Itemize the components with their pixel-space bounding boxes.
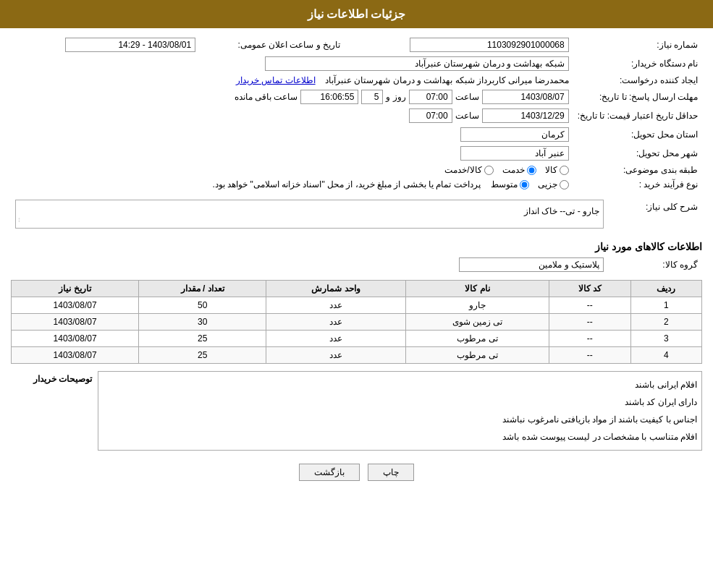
cell-kod: -- <box>549 297 630 314</box>
cell-name: جارو <box>405 297 549 314</box>
reply-day-label: روز و <box>386 92 405 102</box>
category-kala-label: کالا <box>545 165 557 175</box>
buyer-desc-row: افلام ایرانی باشنددارای ایران کد باشنداج… <box>11 371 702 451</box>
buyer-desc-label: توصیحات خریدار <box>11 371 98 384</box>
description-table: شرح کلی نیاز: جارو - تی-- خاک انداز ↕ <box>11 197 702 231</box>
cell-name: تی زمین شوی <box>405 314 549 331</box>
desc-label: شرح کلی نیاز: <box>608 197 702 231</box>
price-date-value: 1403/12/29 <box>482 108 569 123</box>
category-khedmat-label: خدمت <box>502 165 525 175</box>
announce-date-label: تاریخ و ساعت اعلان عمومی: <box>200 35 345 54</box>
footer-buttons: چاپ بازگشت <box>11 456 702 488</box>
creator-value: محمدرضا میرانی کاربرداز شبکه بهداشت و در… <box>325 75 569 85</box>
cell-tedad: 25 <box>139 331 266 347</box>
desc-cell: جارو - تی-- خاک انداز ↕ <box>11 197 608 231</box>
cell-vahed: عدد <box>266 347 406 364</box>
page-header: جزئیات اطلاعات نیاز <box>0 0 713 28</box>
buyer-desc-line: دارای ایران کد باشند <box>103 393 697 411</box>
goods-table: ردیف کد کالا نام کالا واحد شمارش تعداد /… <box>11 280 702 364</box>
cell-radif: 4 <box>630 347 701 364</box>
cell-tedad: 50 <box>139 297 266 314</box>
cell-name: تی مرطوب <box>405 331 549 347</box>
cell-name: تی مرطوب <box>405 347 549 364</box>
contact-link[interactable]: اطلاعات تماس خریدار <box>236 75 316 85</box>
category-kala-radio[interactable] <box>560 166 569 175</box>
process-jazri-radio[interactable] <box>560 180 569 189</box>
process-desc: پرداخت تمام یا بخشی از مبلغ خرید، از محل… <box>212 179 480 189</box>
buyer-desc-line: اجناس با کیفیت باشند از مواد بازیافتی نا… <box>103 411 697 428</box>
col-radif: ردیف <box>630 281 701 297</box>
category-kala-khedmat-radio[interactable] <box>484 166 494 175</box>
process-motavaset-label: متوسط <box>491 179 518 189</box>
category-kala-option[interactable]: کالا <box>545 165 569 175</box>
reply-days-value: 5 <box>361 90 383 104</box>
city-label: شهر محل تحویل: <box>573 144 702 163</box>
process-motavaset-radio[interactable] <box>520 180 529 189</box>
cell-tarikh: 1403/08/07 <box>12 314 139 331</box>
cell-vahed: عدد <box>266 314 406 331</box>
announce-date-cell: 1403/08/01 - 14:29 <box>11 35 200 54</box>
process-motavaset-option[interactable]: متوسط <box>491 179 529 189</box>
buyer-org-cell: شبکه بهداشت و درمان شهرستان عنبرآباد <box>11 54 573 73</box>
back-button[interactable]: بازگشت <box>299 464 360 481</box>
cell-tarikh: 1403/08/07 <box>12 347 139 364</box>
creator-cell: محمدرضا میرانی کاربرداز شبکه بهداشت و در… <box>11 73 573 88</box>
reply-deadline-label: مهلت ارسال پاسخ: تا تاریخ: <box>573 88 702 106</box>
process-jazri-label: جزیی <box>538 179 557 189</box>
buyer-desc-line: افلام ایرانی باشند <box>103 376 697 393</box>
cell-kod: -- <box>549 314 630 331</box>
table-row: 2 -- تی زمین شوی عدد 30 1403/08/07 <box>12 314 702 331</box>
reply-time-value: 07:00 <box>409 90 452 104</box>
description-value: جارو - تی-- خاک انداز <box>524 206 599 216</box>
col-vahed: واحد شمارش <box>266 281 406 297</box>
creator-label: ایجاد کننده درخواست: <box>573 73 702 88</box>
content-area: شماره نیاز: 1103092901000068 تاریخ و ساع… <box>0 28 713 495</box>
province-cell: کرمان <box>11 125 573 144</box>
print-button[interactable]: چاپ <box>368 464 414 481</box>
reply-remaining-label: ساعت باقی مانده <box>235 92 298 102</box>
buyer-org-label: نام دستگاه خریدار: <box>573 54 702 73</box>
buyer-desc-line: افلام متناسب با مشخصات در لیست پیوست شده… <box>103 428 697 446</box>
category-label: طبقه بندی موضوعی: <box>573 163 702 177</box>
price-deadline-cell: 1403/12/29 ساعت 07:00 <box>11 106 573 125</box>
process-cell: جزیی متوسط پرداخت تمام یا بخشی از مبلغ خ… <box>11 177 573 192</box>
col-name: نام کالا <box>405 281 549 297</box>
goods-section-title: اطلاعات کالاهای مورد نیاز <box>11 237 702 255</box>
cell-radif: 3 <box>630 331 701 347</box>
reply-remaining-value: 16:06:55 <box>300 90 358 104</box>
province-value: کرمان <box>460 127 569 142</box>
cell-radif: 1 <box>630 297 701 314</box>
announce-date-value: 1403/08/01 - 14:29 <box>65 38 195 52</box>
cell-tarikh: 1403/08/07 <box>12 331 139 347</box>
process-jazri-option[interactable]: جزیی <box>538 179 569 189</box>
need-number-cell: 1103092901000068 <box>345 35 573 54</box>
city-value: عنبر آباد <box>460 146 569 161</box>
province-label: استان محل تحویل: <box>573 125 702 144</box>
category-kala-khedmat-option[interactable]: کالا/خدمت <box>444 165 493 175</box>
goods-group-cell: پلاستیک و ملامین <box>11 255 608 274</box>
page-container: جزئیات اطلاعات نیاز شماره نیاز: 11030929… <box>0 0 713 588</box>
price-time-value: 07:00 <box>409 108 452 123</box>
need-number-label: شماره نیاز: <box>573 35 702 54</box>
category-khedmat-option[interactable]: خدمت <box>502 165 536 175</box>
goods-group-label: گروه کالا: <box>608 255 702 274</box>
cell-tedad: 30 <box>139 314 266 331</box>
table-row: 1 -- جارو عدد 50 1403/08/07 <box>12 297 702 314</box>
cell-kod: -- <box>549 347 630 364</box>
buyer-desc-area: افلام ایرانی باشنددارای ایران کد باشنداج… <box>98 371 702 451</box>
cell-kod: -- <box>549 331 630 347</box>
description-area: جارو - تی-- خاک انداز ↕ <box>15 200 604 229</box>
col-kod: کد کالا <box>549 281 630 297</box>
page-title: جزئیات اطلاعات نیاز <box>308 8 406 20</box>
col-tarikh: تاریخ نیاز <box>12 281 139 297</box>
buyer-org-value: شبکه بهداشت و درمان شهرستان عنبرآباد <box>265 56 569 71</box>
cell-vahed: عدد <box>266 331 406 347</box>
col-tedad: تعداد / مقدار <box>139 281 266 297</box>
process-label: نوع فرآیند خرید : <box>573 177 702 192</box>
price-deadline-label: حداقل تاریخ اعتبار قیمت: تا تاریخ: <box>573 106 702 125</box>
goods-group-table: گروه کالا: پلاستیک و ملامین <box>11 255 702 274</box>
cell-vahed: عدد <box>266 297 406 314</box>
category-khedmat-radio[interactable] <box>527 166 536 175</box>
category-kala-khedmat-label: کالا/خدمت <box>444 165 481 175</box>
city-cell: عنبر آباد <box>11 144 573 163</box>
